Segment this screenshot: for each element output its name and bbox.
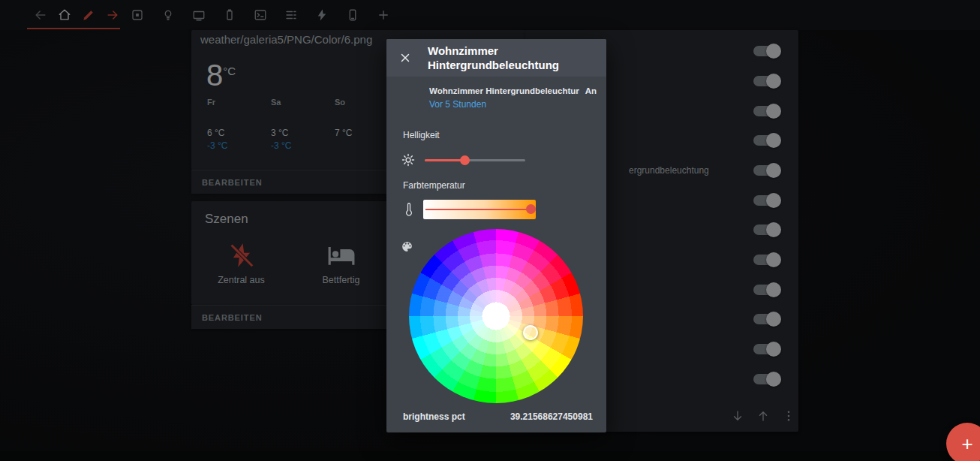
color-wheel-handle[interactable] (523, 325, 538, 340)
attribute-value: 39.21568627450981 (510, 411, 593, 422)
screen: weather/galeria5/PNG/Color/6.png 8°C Fr … (0, 0, 980, 461)
thermometer-icon (402, 201, 416, 221)
color-temp-slider[interactable] (423, 200, 536, 219)
brightness-label: Helligkeit (403, 130, 440, 140)
attribute-name: brightness pct (403, 411, 465, 422)
entity-state-row: Wohnzimmer Hintergrundbeleuchtung An (429, 86, 597, 95)
color-temp-knob[interactable] (526, 204, 536, 214)
entity-state: An (585, 86, 597, 95)
brightness-slider-knob[interactable] (460, 155, 470, 165)
palette-icon (401, 240, 413, 256)
entity-name: Wohnzimmer Hintergrundbeleuchtung (429, 86, 579, 95)
dialog-title: Wohnzimmer Hintergrundbeleuchtung (428, 44, 582, 72)
color-temp-track (425, 209, 534, 211)
brightness-slider-fill (425, 159, 464, 161)
brightness-slider[interactable] (425, 152, 525, 168)
more-info-dialog: Wohnzimmer Hintergrundbeleuchtung Wohnzi… (386, 39, 606, 432)
dialog-header: Wohnzimmer Hintergrundbeleuchtung (386, 39, 606, 77)
attribute-row: brightness pct 39.21568627450981 (403, 411, 593, 422)
brightness-icon (401, 152, 416, 170)
last-changed-link: Vor 5 Stunden (429, 99, 486, 110)
color-wheel[interactable] (409, 229, 583, 403)
color-temp-label: Farbtemperatur (403, 180, 465, 191)
close-icon[interactable] (398, 51, 412, 65)
